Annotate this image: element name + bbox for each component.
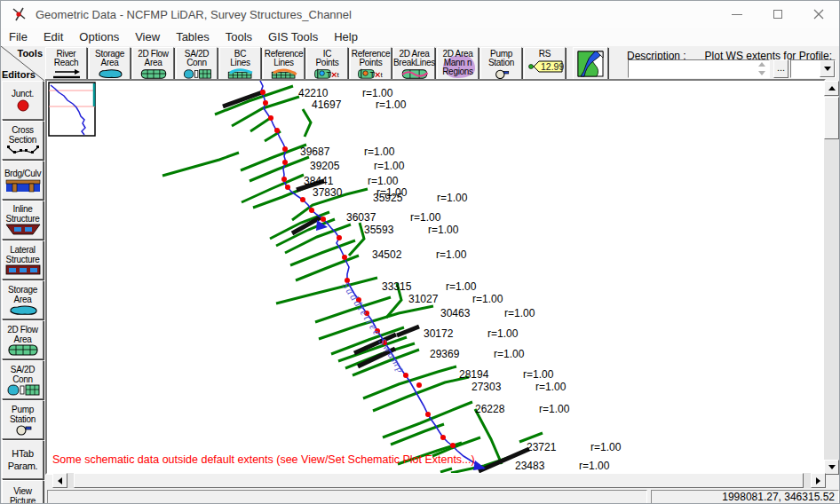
cross-section-line[interactable] (241, 145, 306, 170)
cross-section-node[interactable] (263, 100, 268, 106)
cross-section-node[interactable] (440, 435, 446, 440)
tools-editors-corner: Tools Editors (1, 46, 44, 81)
cross-section-node[interactable] (403, 373, 408, 378)
storage-area-button[interactable]: Storage Area (89, 47, 131, 80)
cross-section-line[interactable] (303, 109, 311, 137)
station-label: 38441 (304, 175, 334, 187)
minimize-button[interactable] (717, 1, 757, 28)
station-label: 31027 (408, 293, 439, 305)
background-map-button[interactable] (573, 47, 608, 80)
cross-section-node[interactable] (321, 217, 326, 222)
editor-view-picture-button[interactable]: View Picture (2, 480, 44, 503)
scroll-left-button[interactable] (52, 473, 67, 488)
schematic-canvas[interactable]: 42210r=1.0041697r=1.0039687r=1.0039205r=… (45, 79, 826, 475)
cross-section-line[interactable] (250, 119, 269, 131)
sa2d-conn-icon (180, 68, 214, 79)
cross-section-line[interactable] (349, 223, 364, 256)
editor-storage-area-button[interactable]: Storage Area (2, 280, 44, 319)
editor-sa-2d-conn-button[interactable]: SA/2D Conn (2, 360, 44, 399)
station-label: 36037 (346, 211, 376, 224)
close-button[interactable] (798, 1, 839, 28)
menu-options[interactable]: Options (71, 28, 127, 45)
editor-cross-section-button[interactable]: Cross Section (2, 121, 44, 160)
cross-section-line[interactable] (215, 86, 293, 114)
cross-section-node[interactable] (300, 197, 305, 202)
menu-tables[interactable]: Tables (168, 28, 218, 45)
description-input[interactable] (628, 59, 770, 78)
profile-dropdown[interactable] (790, 59, 836, 78)
cross-section-line[interactable] (373, 377, 469, 411)
menu-file[interactable]: File (1, 28, 36, 45)
editor-junction-button[interactable]: Junct. (2, 81, 44, 120)
cross-section-node[interactable] (416, 382, 422, 388)
ratio-label: r=1.00 (362, 87, 393, 99)
cross-section-node[interactable] (260, 90, 265, 95)
cross-section-node[interactable] (309, 208, 314, 213)
maximize-button[interactable] (757, 1, 798, 28)
description-expand-button[interactable]: ... (773, 59, 788, 78)
breaklines-2d-button[interactable]: 2D Area BreakLines (393, 47, 435, 80)
cross-section-line[interactable] (162, 153, 239, 176)
description-spinner[interactable] (757, 61, 767, 76)
flow-area-2d-button[interactable]: 2D Flow Area (132, 47, 174, 80)
editor-flow-area-2d-button[interactable]: 2D Flow Area (2, 320, 44, 359)
cross-section-node[interactable] (281, 177, 287, 182)
station-label: 29369 (430, 348, 460, 360)
reference-lines-button[interactable]: Reference Lines (263, 47, 305, 80)
menu-help[interactable]: Help (326, 28, 366, 45)
horizontal-scrollbar[interactable] (52, 473, 826, 488)
flow-area-icon (7, 344, 39, 356)
ratio-label: r=1.00 (364, 146, 395, 158)
mann-n-regions-button[interactable]: 2D Area Mann n Regions (437, 47, 479, 80)
menu-tools[interactable]: Tools (218, 28, 260, 45)
rs-button[interactable]: RS 12.99 (524, 47, 566, 80)
cross-section-node[interactable] (337, 235, 342, 240)
station-label: 30463 (440, 307, 471, 319)
editor-htab-param-button[interactable]: HTab Param. (2, 440, 44, 479)
cross-section-node[interactable] (274, 128, 280, 133)
vertical-scroll-thumb[interactable] (824, 97, 839, 139)
horizontal-scroll-thumb[interactable] (74, 473, 804, 488)
station-label: 42210 (298, 87, 329, 99)
ratio-label: r=1.00 (504, 307, 535, 319)
pump-station-button[interactable]: Pump Station (480, 47, 522, 80)
menu-view[interactable]: View (127, 28, 168, 45)
ic-points-button[interactable]: IC Points T t (306, 47, 348, 80)
scroll-up-button[interactable] (824, 81, 839, 96)
cross-section-line[interactable] (242, 175, 304, 202)
cross-section-node[interactable] (268, 115, 273, 121)
sa-2d-conn-button[interactable]: SA/2D Conn (176, 47, 218, 80)
cross-section-node[interactable] (282, 160, 288, 165)
scroll-right-button[interactable] (811, 473, 826, 488)
editor-bridge-culvert-button[interactable]: Brdg/Culv (2, 161, 44, 200)
cross-section-node[interactable] (425, 412, 431, 417)
editor-pump-station-button[interactable]: Pump Station (2, 400, 44, 439)
vertical-scrollbar[interactable] (824, 81, 839, 475)
reference-points-button[interactable]: Reference Points T t (350, 47, 392, 80)
ratio-label: r=1.00 (437, 192, 468, 204)
cross-section-node[interactable] (282, 146, 288, 152)
cross-section-line[interactable] (440, 469, 452, 472)
ratio-label: r=1.00 (579, 460, 610, 472)
station-label: 37830 (313, 186, 343, 199)
menu-edit[interactable]: Edit (36, 28, 71, 45)
rs-tag-icon: 12.99 (527, 59, 564, 74)
pump-station-icon (488, 68, 515, 79)
station-label: 23483 (515, 460, 545, 472)
dropdown-button[interactable] (820, 60, 835, 77)
editor-lateral-structure-button[interactable]: Lateral Structure (2, 240, 44, 280)
window-title: Geometric Data - NCFMP LiDAR, Survey Str… (36, 8, 352, 21)
menu-gis-tools[interactable]: GIS Tools (260, 28, 326, 45)
cross-section-node[interactable] (450, 443, 456, 448)
cross-section-node[interactable] (342, 255, 347, 260)
bc-lines-icon (225, 68, 257, 79)
svg-text:t: t (380, 71, 383, 79)
editor-inline-structure-button[interactable]: Inline Structure (2, 201, 44, 240)
bc-lines-button[interactable]: BC Lines (219, 47, 261, 80)
station-label: 30172 (424, 327, 454, 340)
cross-section-line[interactable] (383, 402, 472, 437)
scroll-down-button[interactable] (824, 460, 839, 475)
arrow-left-icon (58, 477, 62, 484)
cross-section-node[interactable] (285, 185, 290, 190)
river-reach-button[interactable]: River Reach (45, 47, 87, 80)
